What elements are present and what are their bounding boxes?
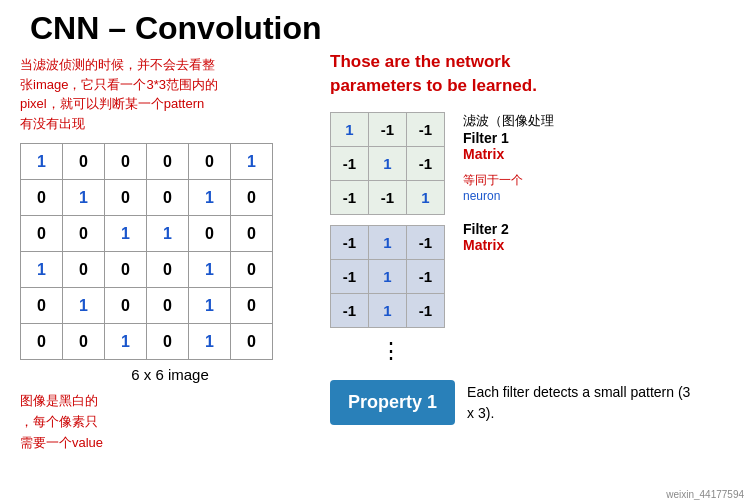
each-filter-description: Each filter detects a small pattern (3 x… — [467, 382, 697, 424]
grid-cell: 1 — [105, 216, 147, 252]
grid-cell: 0 — [21, 180, 63, 216]
neuron-label: neuron — [463, 189, 554, 203]
page-container: CNN – Convolution 当滤波侦测的时候，并不会去看整张image，… — [0, 0, 746, 502]
filter1-cell: -1 — [407, 146, 445, 180]
grid-cell: 0 — [189, 216, 231, 252]
grid-cell: 0 — [105, 252, 147, 288]
filter1-cell: -1 — [407, 112, 445, 146]
filter1-cell: -1 — [369, 180, 407, 214]
filter1-cell: -1 — [331, 180, 369, 214]
grid-cell: 1 — [189, 252, 231, 288]
grid-cell: 1 — [63, 288, 105, 324]
grid-cell: 0 — [147, 288, 189, 324]
grid-cell: 0 — [105, 288, 147, 324]
grid-cell: 0 — [63, 252, 105, 288]
filter2-label-group: Filter 2 Matrix — [463, 221, 554, 253]
page-title: CNN – Convolution — [20, 10, 726, 47]
chinese-description-top: 当滤波侦测的时候，并不会去看整张image，它只看一个3*3范围内的pixel，… — [20, 55, 310, 133]
filter2-label-en: Filter 2 — [463, 221, 554, 237]
filter1-label-en: Filter 1 — [463, 130, 554, 146]
filter2-cell: -1 — [407, 259, 445, 293]
filter1-cell: -1 — [369, 112, 407, 146]
chinese-description-bottom: 图像是黑白的，每个像素只需要一个value — [20, 391, 310, 453]
grid-cell: 1 — [189, 288, 231, 324]
filter1-grid: 1 -1 -1 -1 1 -1 -1 -1 1 — [330, 112, 445, 215]
filter1-cell: 1 — [407, 180, 445, 214]
filter-grids: 1 -1 -1 -1 1 -1 -1 -1 1 — [330, 112, 445, 328]
grid-cell: 0 — [231, 252, 273, 288]
grid-cell: 0 — [231, 216, 273, 252]
grid-cell: 1 — [21, 144, 63, 180]
grid-cell: 0 — [21, 324, 63, 360]
image-grid: 1 0 0 0 0 1 0 1 0 0 1 0 0 0 1 1 0 0 — [20, 143, 273, 360]
filters-area: 1 -1 -1 -1 1 -1 -1 -1 1 — [330, 112, 740, 328]
grid-cell: 0 — [21, 288, 63, 324]
equiv-label: 等同于一个 — [463, 172, 554, 189]
filter2-cell: 1 — [369, 293, 407, 327]
filter2-label-matrix: Matrix — [463, 237, 554, 253]
grid-cell: 1 — [231, 144, 273, 180]
network-params-label: Those are the networkparameters to be le… — [330, 50, 740, 98]
grid-cell: 0 — [21, 216, 63, 252]
grid-cell: 1 — [189, 180, 231, 216]
grid-cell: 1 — [21, 252, 63, 288]
grid-cell: 0 — [63, 216, 105, 252]
filter2-cell: 1 — [369, 225, 407, 259]
image-size-label: 6 x 6 image — [20, 366, 310, 383]
filter1-label-matrix: Matrix — [463, 146, 554, 162]
filter2-grid: -1 1 -1 -1 1 -1 -1 1 -1 — [330, 225, 445, 328]
filter1-cell: 1 — [331, 112, 369, 146]
grid-cell: 0 — [105, 180, 147, 216]
filter1-label-group: 滤波（图像处理 Filter 1 Matrix — [463, 112, 554, 162]
right-column: Those are the networkparameters to be le… — [330, 50, 740, 368]
continuation-dots: ⋮ — [330, 338, 740, 364]
grid-cell: 0 — [63, 144, 105, 180]
filter2-cell: -1 — [331, 225, 369, 259]
filter-labels: 滤波（图像处理 Filter 1 Matrix 等同于一个 neuron Fil… — [463, 112, 554, 259]
grid-cell: 0 — [231, 180, 273, 216]
grid-cell: 0 — [231, 288, 273, 324]
grid-cell: 0 — [231, 324, 273, 360]
bottom-row: Property 1 Each filter detects a small p… — [330, 380, 697, 425]
filter2-cell: -1 — [407, 225, 445, 259]
grid-cell: 0 — [147, 144, 189, 180]
filter2-cell: -1 — [331, 259, 369, 293]
grid-cell: 1 — [147, 216, 189, 252]
grid-cell: 1 — [105, 324, 147, 360]
left-column: 当滤波侦测的时候，并不会去看整张image，它只看一个3*3范围内的pixel，… — [20, 55, 310, 453]
filter2-cell: -1 — [407, 293, 445, 327]
filter2-cell: 1 — [369, 259, 407, 293]
grid-cell: 0 — [189, 144, 231, 180]
grid-cell: 0 — [147, 180, 189, 216]
property-box: Property 1 — [330, 380, 455, 425]
grid-cell: 0 — [147, 252, 189, 288]
watermark: weixin_44177594 — [666, 489, 744, 500]
grid-cell: 1 — [189, 324, 231, 360]
grid-cell: 0 — [63, 324, 105, 360]
grid-cell: 0 — [147, 324, 189, 360]
grid-cell: 1 — [63, 180, 105, 216]
filter1-cell: 1 — [369, 146, 407, 180]
filter1-label-cn: 滤波（图像处理 — [463, 112, 554, 130]
grid-cell: 0 — [105, 144, 147, 180]
filter1-cell: -1 — [331, 146, 369, 180]
filter2-cell: -1 — [331, 293, 369, 327]
